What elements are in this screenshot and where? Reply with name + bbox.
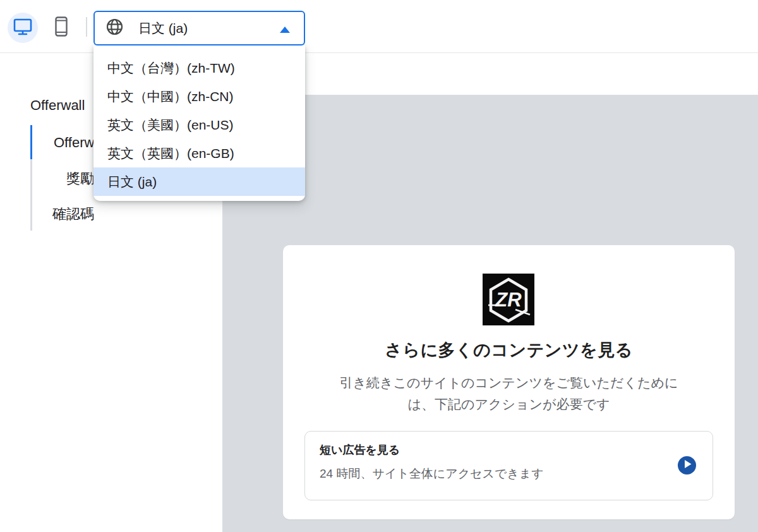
svg-text:ZR: ZR [495, 289, 522, 311]
watch-ad-option[interactable]: 短い広告を見る 24 時間、サイト全体にアクセスできます [304, 431, 713, 500]
offerwall-description-line1: 引き続きこのサイトのコンテンツをご覧いただくために [283, 372, 735, 394]
offerwall-description-line2: は、下記のアクションが必要です [283, 394, 735, 415]
offerwall-card: ZR さらに多くのコンテンツを見る 引き続きこのサイトのコンテンツをご覧いただく… [283, 245, 735, 519]
sidebar-item-confirmation-code[interactable]: 確認碼 [52, 205, 94, 224]
language-option-en-us[interactable]: 英文（美國）(en-US) [93, 111, 305, 139]
sidebar-title: Offerwall [30, 97, 85, 114]
chevron-up-icon [280, 27, 290, 33]
language-option-zh-tw[interactable]: 中文（台灣）(zh-TW) [93, 54, 305, 82]
language-selector[interactable]: 日文 (ja) [93, 11, 305, 45]
offerwall-description: 引き続きこのサイトのコンテンツをご覧いただくために は、下記のアクションが必要で… [283, 372, 735, 415]
desktop-preview-button[interactable] [8, 13, 38, 43]
toolbar-divider [86, 17, 87, 37]
play-icon [678, 455, 696, 476]
offerwall-settings-page: 日文 (ja) 中文（台灣）(zh-TW) 中文（中國）(zh-CN) 英文（美… [0, 0, 758, 532]
mobile-icon [51, 16, 71, 39]
language-option-ja[interactable]: 日文 (ja) [93, 167, 305, 196]
language-option-zh-cn[interactable]: 中文（中國）(zh-CN) [93, 82, 305, 111]
watch-ad-description: 24 時間、サイト全体にアクセスできます [320, 466, 544, 482]
nav-selected-indicator [30, 125, 32, 159]
globe-icon [106, 18, 123, 38]
watch-ad-title: 短い広告を見る [320, 442, 400, 457]
sidebar-item-rewards[interactable]: 獎勵 [66, 169, 94, 188]
mobile-preview-button[interactable] [46, 13, 76, 43]
offerwall-heading: さらに多くのコンテンツを見る [283, 339, 735, 361]
publisher-logo: ZR [483, 274, 534, 325]
language-selector-value: 日文 (ja) [138, 20, 188, 37]
language-menu: 中文（台灣）(zh-TW) 中文（中國）(zh-CN) 英文（美國）(en-US… [93, 45, 305, 201]
desktop-icon [13, 16, 33, 39]
nav-rail [30, 159, 32, 231]
language-option-en-gb[interactable]: 英文（英國）(en-GB) [93, 139, 305, 167]
play-button[interactable] [678, 456, 696, 475]
